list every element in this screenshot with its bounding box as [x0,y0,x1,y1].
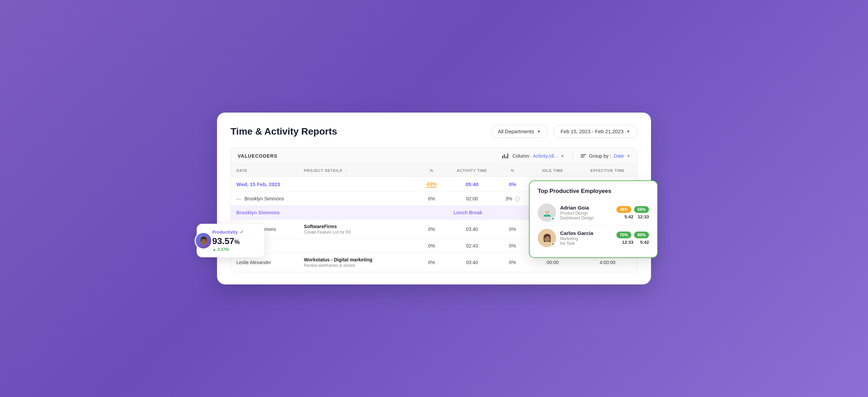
time-row: 5:42 12:33 [620,214,649,219]
date-filter-label: Feb 15, 2023 - Feb 21,2023 [560,128,624,134]
employee-avatar: 👨🏻‍🦳 [538,203,556,222]
toolbar-controls: Column: Activity,Idl... ▼ Group by : Dat [502,153,630,159]
col-idle-pct: % [498,164,527,177]
time1: 5:42 [620,214,633,219]
col-idle-time: IDLE TIME [527,164,578,177]
idle-pct-cell: 3% i [498,192,527,206]
idle-pct-cell: 0% [498,239,527,253]
date-filter-button[interactable]: Feb 15, 2023 - Feb 21,2023 ▼ [553,125,637,138]
online-indicator [551,242,555,246]
activity-time-cell: 02:43 [446,239,498,253]
page-title: Time & Activity Reports [231,126,337,137]
main-card: Time & Activity Reports All Departments … [217,113,651,284]
productivity-badge: 80% [634,232,649,238]
groupby-control[interactable]: Group by : Date ▼ [581,153,630,159]
chevron-down-icon: ▼ [560,154,564,158]
productivity-change: ▲ 2.37% [212,247,258,252]
col-date: DATE [231,164,298,177]
time2: 5:42 [636,240,649,245]
groupby-value: Date [614,153,624,159]
col-activity-time: ACTIVITY TIME [446,164,498,177]
filter-icon [581,154,586,158]
project-cell: SoftwareFirms Create Feature List for R3 [298,220,417,239]
idle-pct-cell: 0% [498,177,527,192]
productivity-label: Productivity ✓ [212,229,258,235]
activity-pct-cell: 0% [417,220,446,239]
productivity-value: 93.57% [212,236,258,246]
department-filter-button[interactable]: All Departments ▼ [491,125,548,138]
popup-title: Top Productive Employees [538,188,649,195]
employee-role: Marketing [560,236,612,241]
activity-pct-cell: 0% [417,253,446,272]
activity-badge: 48% [616,206,631,213]
trend-up-icon: ✓ [240,229,244,235]
idle-pct-cell: 0% [498,220,527,239]
stat-row: 70% 80% [616,232,649,238]
company-name: VALUECODERS [238,153,277,159]
employee-info: Carlos Garcia Marketing No Task [560,230,612,246]
bar-chart-icon [502,153,510,159]
activity-time-cell: 03:40 [446,253,498,272]
idle-pct-cell: 0% [498,253,527,272]
col-effective-time: EFFECTIVE TIME [578,164,637,177]
chevron-down-icon: ▼ [537,129,541,134]
time1: 12:33 [620,240,633,245]
employee-entry: 👨🏻‍🦳 Adrian Goia Product Design Dashboar… [538,200,649,225]
info-icon[interactable]: i [515,197,520,201]
project-cell: Workstatus - Digital marketing Review wi… [298,253,417,272]
productivity-badge: 68% [634,206,649,213]
toolbar-divider [572,153,573,159]
employee-task: No Task [560,241,612,246]
employee-stats: 70% 80% 12:33 5:42 [616,232,649,245]
productivity-card: 👨🏾 Productivity ✓ 93.57% ▲ 2.37% [197,224,264,257]
department-filter-label: All Departments [498,128,534,134]
activity-badge: 70% [616,232,631,238]
column-control[interactable]: Column: Activity,Idl... ▼ [502,153,564,159]
employee-avatar: 👩🏽 [538,229,556,247]
header: Time & Activity Reports All Departments … [231,125,637,138]
activity-pct-cell: 0% [417,192,446,206]
table-toolbar: VALUECODERS Column: Activity,Idl... ▼ [231,148,637,164]
employee-task: Dashboard Design [560,216,612,220]
project-cell [298,192,417,206]
activity-pct-cell: 43% [417,177,446,192]
time2: 12:33 [636,214,649,219]
stat-row: 48% 68% [616,206,649,213]
activity-time-cell: 03:40 [446,220,498,239]
employee-role: Product Design [560,211,612,216]
dash-icon: — [236,196,241,201]
employee-info: Adrian Goia Product Design Dashboard Des… [560,205,612,220]
top-employees-popup: Top Productive Employees 👨🏻‍🦳 Adrian Goi… [529,180,658,258]
column-label: Column: [512,153,530,159]
activity-pct-cell: 0% [417,239,446,253]
employee-entry: 👩🏽 Carlos Garcia Marketing No Task 70% 8… [538,225,649,251]
col-activity-pct: % [417,164,446,177]
column-value: Activity,Idl... [533,153,558,159]
user-avatar: 👨🏾 [195,232,212,250]
project-cell [298,239,417,253]
employee-name: Adrian Goia [560,205,612,211]
project-cell [298,177,417,192]
employee-name: Carlos Garcia [560,230,612,236]
date-cell: Wed, 15 Feb, 2023 [231,177,298,192]
activity-time-cell: 02:00 [446,192,498,206]
employee-stats: 48% 68% 5:42 12:33 [616,206,649,219]
groupby-label: Group by : [589,153,611,159]
time-row: 12:33 5:42 [620,240,649,245]
chevron-down-icon: ▼ [627,154,630,158]
online-indicator [551,217,555,221]
employee-cell: — Brooklyn Simmons [231,192,298,206]
activity-time-cell: 05:40 [446,177,498,192]
header-filters: All Departments ▼ Feb 15, 2023 - Feb 21,… [491,125,637,138]
chevron-down-icon: ▼ [626,129,630,134]
employee-lunch-cell: Brooklyn Simmons [231,206,298,220]
col-project: PROJECT DETAILS ↑ [298,164,417,177]
